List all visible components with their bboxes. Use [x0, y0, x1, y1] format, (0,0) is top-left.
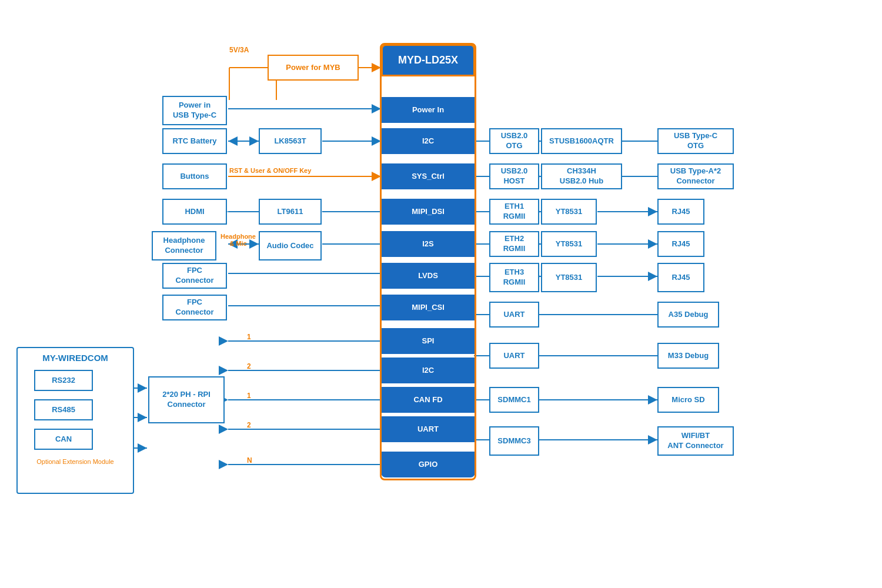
power-label: 5V/3A: [229, 46, 249, 54]
num1b-label: 1: [247, 392, 251, 400]
rj45-2-box: RJ45: [657, 231, 704, 257]
a35-debug-box: A35 Debug: [657, 302, 719, 328]
headphone-connector-box: Headphone Connector: [152, 231, 216, 260]
center-power-in: Power In: [381, 97, 475, 123]
eth2-rgmii-box: ETH2 RGMII: [489, 231, 539, 257]
numN-label: N: [247, 456, 252, 465]
hdmi-box: HDMI: [162, 199, 227, 225]
center-mipi-dsi: MIPI_DSI: [381, 199, 475, 225]
uart2-box: UART: [489, 343, 539, 369]
rs232-box: RS232: [34, 370, 93, 391]
power-in-box: Power in USB Type-C: [162, 96, 227, 125]
usb-typea-box: USB Type-A*2 Connector: [657, 163, 734, 189]
buttons-box: Buttons: [162, 163, 227, 189]
rpi-connector-box: 2*20 PH - RPI Connector: [148, 376, 225, 423]
center-i2c2: I2C: [381, 358, 475, 383]
lt9611-box: LT9611: [259, 199, 322, 225]
power-for-myb-box: Power for MYB: [268, 55, 359, 81]
center-sys-ctrl: SYS_Ctrl: [381, 163, 475, 189]
rs485-box: RS485: [34, 399, 93, 420]
sdmmc3-box: SDMMC3: [489, 426, 539, 456]
lk8563t-box: LK8563T: [259, 128, 322, 154]
rst-label: RST & User & ON/OFF Key: [229, 167, 311, 174]
micro-sd-box: Micro SD: [657, 387, 719, 413]
wifi-ant-box: WIFI/BT ANT Connector: [657, 426, 734, 456]
fpc-connector2-box: FPC Connector: [162, 295, 227, 320]
rj45-1-box: RJ45: [657, 199, 704, 225]
ch334h-box: CH334H USB2.0 Hub: [541, 163, 622, 189]
num1a-label: 1: [247, 333, 251, 341]
stusb1600aqtr-box: STUSB1600AQTR: [541, 128, 622, 154]
yt8531-2-box: YT8531: [541, 231, 597, 257]
usb20-otg-box: USB2.0 OTG: [489, 128, 539, 154]
headphone-mic-label: Headphone & Mic: [220, 233, 256, 247]
center-i2s: I2S: [381, 231, 475, 257]
center-i2c: I2C: [381, 128, 475, 154]
wiredcom-module: MY-WIREDCOM RS232 RS485 CAN Optional Ext…: [16, 347, 134, 494]
center-can-fd: CAN FD: [381, 387, 475, 413]
center-lvds: LVDS: [381, 263, 475, 289]
eth3-rgmii-box: ETH3 RGMII: [489, 263, 539, 292]
yt8531-1-box: YT8531: [541, 199, 597, 225]
center-mipi-csi: MIPI_CSI: [381, 295, 475, 320]
center-gpio: GPIO: [381, 452, 475, 477]
wiredcom-subtitle: Optional Extension Module: [22, 458, 128, 465]
rj45-3-box: RJ45: [657, 263, 704, 292]
num2a-label: 2: [247, 362, 251, 370]
fpc-connector1-box: FPC Connector: [162, 263, 227, 289]
m33-debug-box: M33 Debug: [657, 343, 719, 369]
can-box: CAN: [34, 429, 93, 450]
yt8531-3-box: YT8531: [541, 263, 597, 292]
center-uart: UART: [381, 416, 475, 442]
center-title: MYD-LD25X: [381, 44, 475, 76]
audio-codec-box: Audio Codec: [259, 231, 322, 260]
usb20-host-box: USB2.0 HOST: [489, 163, 539, 189]
center-spi: SPI: [381, 328, 475, 354]
num2b-label: 2: [247, 421, 251, 429]
sdmmc1-box: SDMMC1: [489, 387, 539, 413]
uart1-box: UART: [489, 302, 539, 328]
rtc-battery-box: RTC Battery: [162, 128, 227, 154]
usb-typec-otg-box: USB Type-C OTG: [657, 128, 734, 154]
wiredcom-title: MY-WIREDCOM: [22, 353, 128, 363]
eth1-rgmii-box: ETH1 RGMII: [489, 199, 539, 225]
